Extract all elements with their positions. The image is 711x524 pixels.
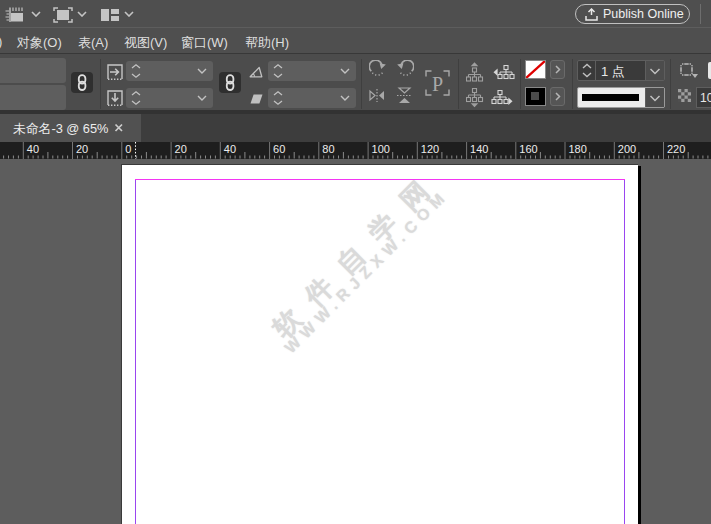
- svg-text:80: 80: [322, 143, 334, 155]
- svg-text:180: 180: [569, 143, 587, 155]
- svg-text:220: 220: [667, 143, 685, 155]
- svg-text:100: 100: [372, 143, 390, 155]
- svg-text:20: 20: [175, 143, 187, 155]
- svg-text:0: 0: [125, 143, 131, 155]
- svg-text:20: 20: [76, 143, 88, 155]
- svg-text:40: 40: [27, 143, 39, 155]
- svg-text:40: 40: [224, 143, 236, 155]
- svg-text:P: P: [432, 73, 443, 95]
- svg-text:140: 140: [470, 143, 488, 155]
- svg-text:60: 60: [273, 143, 285, 155]
- svg-text:200: 200: [618, 143, 636, 155]
- svg-text:120: 120: [421, 143, 439, 155]
- svg-text:160: 160: [519, 143, 537, 155]
